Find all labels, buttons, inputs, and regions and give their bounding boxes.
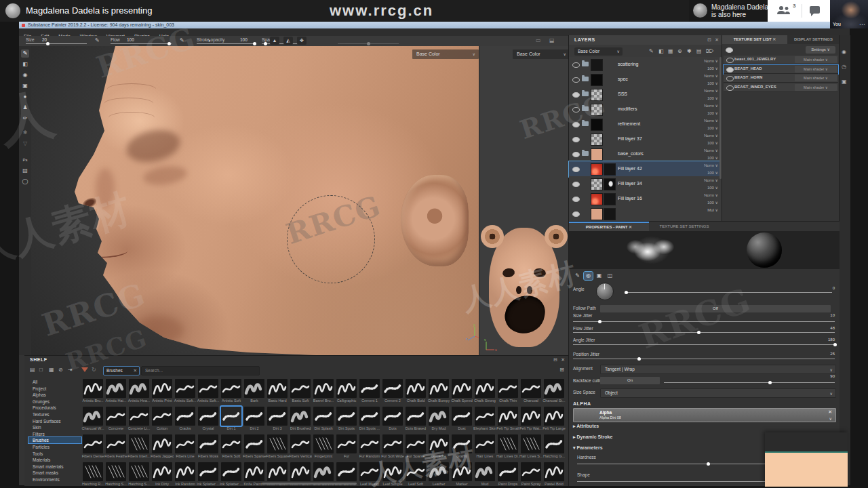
brush-item[interactable]: Hatching G... <box>542 434 566 460</box>
particles-tool[interactable]: ✱ <box>21 129 29 137</box>
texture-set-visibility-icon[interactable] <box>726 67 734 73</box>
brush-item[interactable]: Fibers Square <box>266 434 289 460</box>
layer-thumbnail[interactable] <box>591 134 603 146</box>
brush-thumbnail[interactable] <box>544 462 564 481</box>
brush-item[interactable]: Dots Erased <box>404 407 427 432</box>
brush-item[interactable]: Artistic Hai... <box>104 379 127 405</box>
filter-chip-brushes[interactable]: Brushes ✕ <box>103 366 140 375</box>
layer-row[interactable]: Mul ∨ <box>569 206 722 222</box>
brush-thumbnail[interactable] <box>106 407 126 426</box>
brush-item[interactable]: Charcoal St... <box>542 379 566 405</box>
brush-item[interactable]: Felt Tip Small <box>496 407 519 432</box>
prop-angle-slider[interactable] <box>626 292 832 293</box>
participants-icon[interactable] <box>776 5 791 15</box>
texture-set-row[interactable]: BEAST_INNER_EYESMain shader ∨ <box>724 83 838 92</box>
brush-thumbnail[interactable] <box>244 434 264 453</box>
brush-item[interactable]: Artistic Soft <box>220 379 243 405</box>
brush-item[interactable]: Artistic Print <box>151 379 174 405</box>
layers-channel-filter[interactable]: Base Color ∨ <box>574 47 623 56</box>
brush-thumbnail[interactable] <box>313 462 334 481</box>
brush-item[interactable]: Dirt Spots ... <box>358 407 381 432</box>
brush-item[interactable]: Leaf Messy <box>358 462 381 488</box>
projection-settings-button[interactable]: ◭ <box>283 37 293 45</box>
shelf-category-hard-surfaces[interactable]: Hard Surfaces <box>28 418 81 424</box>
texture-set-row[interactable]: BEAST_HORNMain shader ∨ <box>724 74 838 83</box>
more-options-icon[interactable]: ⋯ <box>859 21 866 28</box>
brush-item[interactable]: Dirt Brushed <box>289 407 312 432</box>
tab-texture-set-list[interactable]: TEXTURE SET LIST ✕ <box>722 35 787 44</box>
layer-thumbnail[interactable] <box>591 119 603 131</box>
brush-item[interactable]: Bark <box>243 379 266 405</box>
brush-thumbnail[interactable] <box>267 462 288 481</box>
brush-thumbnail[interactable] <box>336 379 357 398</box>
brush-thumbnail[interactable] <box>475 407 495 426</box>
brush-thumbnail[interactable] <box>198 407 218 426</box>
history-icon[interactable]: ◷ <box>842 64 846 70</box>
brush-item[interactable]: Fur Sparse <box>404 434 427 460</box>
brush-thumbnail[interactable] <box>475 462 495 481</box>
stencil-settings-icon[interactable]: ▣ <box>595 272 604 280</box>
layer-blend-mode[interactable]: Norm ∨ <box>704 73 718 78</box>
brush-thumbnail[interactable] <box>290 462 311 481</box>
brush-thumbnail[interactable] <box>175 407 195 426</box>
layer-mask-thumbnail[interactable] <box>604 193 616 205</box>
brush-thumbnail[interactable] <box>452 379 472 398</box>
shader-dropdown[interactable]: Main shader ∨ <box>795 66 837 73</box>
layer-visibility-icon[interactable] <box>572 107 580 113</box>
brush-item[interactable]: Gouache <box>427 434 450 460</box>
brush-thumbnail[interactable] <box>267 379 288 398</box>
brush-thumbnail[interactable] <box>382 379 403 398</box>
brush-settings-icon[interactable]: ✎ <box>573 272 582 280</box>
brush-item[interactable]: Fibers Dense <box>81 434 104 460</box>
shelf-category-materials[interactable]: Materials <box>28 457 81 463</box>
texture-set-row[interactable]: BEAST_HEADMain shader ∨ <box>724 65 838 74</box>
shelf-category-all[interactable]: All <box>28 379 81 385</box>
brush-item[interactable]: Chalk Bold <box>404 379 427 405</box>
visibility-all-icon[interactable] <box>726 47 733 53</box>
layer-row[interactable]: modifiersNorm ∨100 ∨ <box>569 102 722 117</box>
add-fill-effect-icon[interactable]: ◧ <box>658 48 664 54</box>
layer-blend-mode[interactable]: Norm ∨ <box>704 118 718 123</box>
texture-set-row[interactable]: beast_001_JEWELRYMain shader ∨ <box>724 56 838 64</box>
grid-size-icon[interactable]: ⊞ <box>559 367 564 373</box>
brush-item[interactable]: Felt Tip Large <box>542 407 566 432</box>
brush-item[interactable]: Hatching S... <box>127 462 151 488</box>
brush-item[interactable]: Ink Dirty <box>151 462 174 488</box>
slider-handle[interactable] <box>167 42 171 45</box>
alpha-settings-icon[interactable]: ◎ <box>584 272 593 280</box>
brush-item[interactable]: Basic Soft <box>289 379 312 405</box>
shelf-category-alphas[interactable]: Alphas <box>28 392 81 398</box>
brush-thumbnail[interactable] <box>429 434 449 453</box>
brush-item[interactable]: Fibers Line <box>174 434 197 460</box>
shelf-category-brushes[interactable]: Brushes <box>28 437 81 443</box>
layer-visibility-icon[interactable] <box>572 92 580 98</box>
chip-close-icon[interactable]: ✕ <box>134 367 137 375</box>
layer-thumbnail[interactable] <box>591 208 603 220</box>
layer-row[interactable]: Fill layer 34Norm ∨100 ∨ <box>569 176 722 192</box>
layer-visibility-icon[interactable] <box>572 122 580 127</box>
brush-thumbnail[interactable] <box>382 407 403 426</box>
delete-layer-icon[interactable]: ⌦ <box>706 48 713 54</box>
brush-thumbnail[interactable] <box>406 462 426 481</box>
brush-thumbnail[interactable] <box>290 434 311 453</box>
settings-dropdown[interactable]: Settings ∨ <box>806 46 835 54</box>
slider-handle[interactable] <box>46 42 50 45</box>
pen-pressure-flow-icon[interactable]: ✎ <box>180 37 184 44</box>
brush-thumbnail[interactable] <box>198 462 218 481</box>
prop-angle-dial[interactable] <box>596 283 614 300</box>
alpha-selector[interactable]: Alpha Alpha Dirt 08 ✕ ∨ <box>573 408 836 422</box>
brush-thumbnail[interactable] <box>475 379 495 398</box>
shelf-close-icon[interactable]: ✕ <box>561 357 565 363</box>
brush-item[interactable]: Mud <box>473 462 496 488</box>
brush-thumbnail[interactable] <box>221 434 241 453</box>
resources-icon[interactable]: ▣ <box>842 79 847 85</box>
brush-thumbnail[interactable] <box>244 379 264 398</box>
prop-size-jitter-slider[interactable] <box>573 321 835 322</box>
brush-item[interactable]: Dust <box>450 407 473 432</box>
slider-handle[interactable] <box>707 462 710 466</box>
layer-thumbnail[interactable] <box>591 59 603 71</box>
add-filter-icon[interactable]: ▦ <box>668 48 673 54</box>
layer-blend-mode[interactable]: Norm ∨ <box>704 88 718 93</box>
layer-mask-thumbnail[interactable] <box>604 178 616 190</box>
brush-thumbnail[interactable] <box>498 407 518 426</box>
